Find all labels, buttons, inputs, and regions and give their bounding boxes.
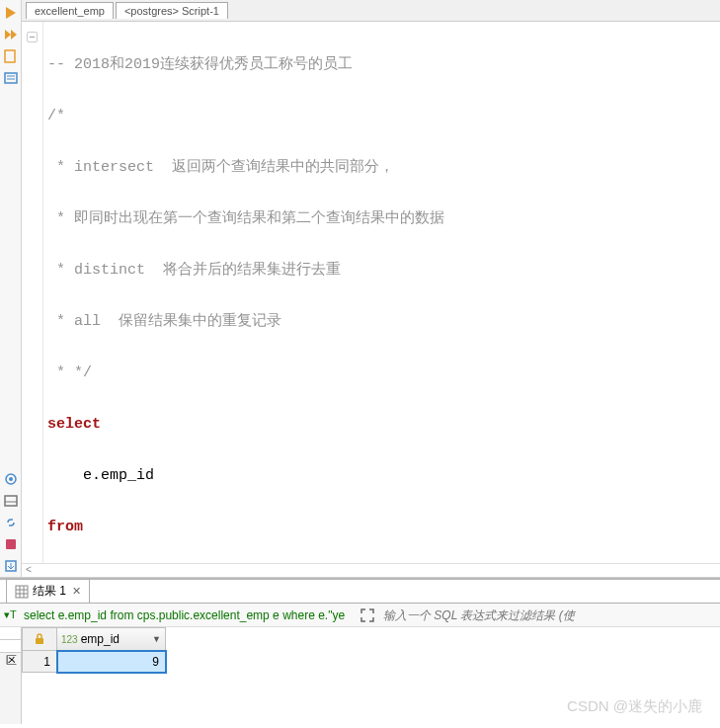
execute-script-icon[interactable] [2,47,20,65]
code-comment: -- 2018 [47,56,110,73]
svg-marker-2 [11,30,17,40]
column-header-emp-id[interactable]: 123 emp_id ▼ [57,627,166,651]
folding-gutter: − [22,22,43,563]
result-tab-label: 结果 1 [33,583,66,600]
fullscreen-icon[interactable] [360,607,375,623]
sort-icon[interactable]: ▼ [152,634,161,644]
settings-icon[interactable] [2,470,20,488]
fold-icon[interactable]: − [27,32,38,42]
column-name: emp_id [81,632,120,646]
results-grid: 123 emp_id ▼ 1 9 [22,627,166,724]
grid-icon [15,585,29,599]
save-icon[interactable] [2,535,20,553]
run-icon[interactable] [2,4,20,22]
load-icon[interactable] [2,557,20,575]
close-icon[interactable]: ✕ [72,585,81,598]
lock-icon [34,633,45,645]
svg-point-8 [9,477,13,481]
code-container: − -- 2018和2019连续获得优秀员工称号的员工 /* * interse… [22,22,720,563]
panel-icon[interactable] [2,492,20,510]
code-editor[interactable]: -- 2018和2019连续获得优秀员工称号的员工 /* * intersect… [43,22,720,563]
explain-icon[interactable] [2,69,20,87]
grid-vertical-tabs: 网格 区 [0,627,22,724]
svg-rect-13 [16,586,28,598]
svg-rect-18 [36,638,43,644]
row-number[interactable]: 1 [22,651,57,673]
vtab-grid[interactable]: 网格 [0,627,21,640]
link-icon[interactable] [2,514,20,531]
grid-corner[interactable] [22,627,57,651]
table-row: 1 9 [22,651,166,673]
vtab-region[interactable]: 区 [0,640,21,653]
scroll-left-icon[interactable]: < [26,565,32,576]
editor-tabs: excellent_emp <postgres> Script-1 [22,0,720,22]
svg-rect-11 [6,539,16,549]
sql-text-icon: ▾T [0,608,21,621]
svg-marker-1 [5,30,11,40]
keyword-select: select [47,416,101,433]
svg-rect-3 [5,50,15,62]
column-type-icon: 123 [61,634,78,645]
results-tabs: 结果 1 ✕ [0,580,720,604]
cell-value[interactable]: 9 [57,651,166,673]
horizontal-scrollbar[interactable]: < [22,563,720,577]
filter-input[interactable] [379,607,720,624]
run-all-icon[interactable] [2,26,20,43]
tab-script[interactable]: <postgres> Script-1 [116,2,228,19]
results-panel: 结果 1 ✕ ▾T select e.emp_id from cps.publi… [0,578,720,724]
editor-area: excellent_emp <postgres> Script-1 − -- 2… [22,0,720,577]
svg-marker-0 [6,7,16,19]
svg-rect-9 [5,496,17,506]
keyword-from: from [47,519,83,535]
editor-container: excellent_emp <postgres> Script-1 − -- 2… [0,0,720,578]
result-tab-1[interactable]: 结果 1 ✕ [6,579,90,603]
tab-excellent-emp[interactable]: excellent_emp [26,2,114,19]
sql-preview[interactable]: select e.emp_id from cps.public.excellen… [0,608,356,622]
results-toolbar: ▾T select e.emp_id from cps.public.excel… [0,604,720,627]
left-toolbar [0,0,22,577]
grid-header-row: 123 emp_id ▼ [22,627,166,651]
results-grid-area: 网格 区 123 emp_id ▼ 1 9 [0,627,720,724]
svg-rect-4 [5,73,17,83]
